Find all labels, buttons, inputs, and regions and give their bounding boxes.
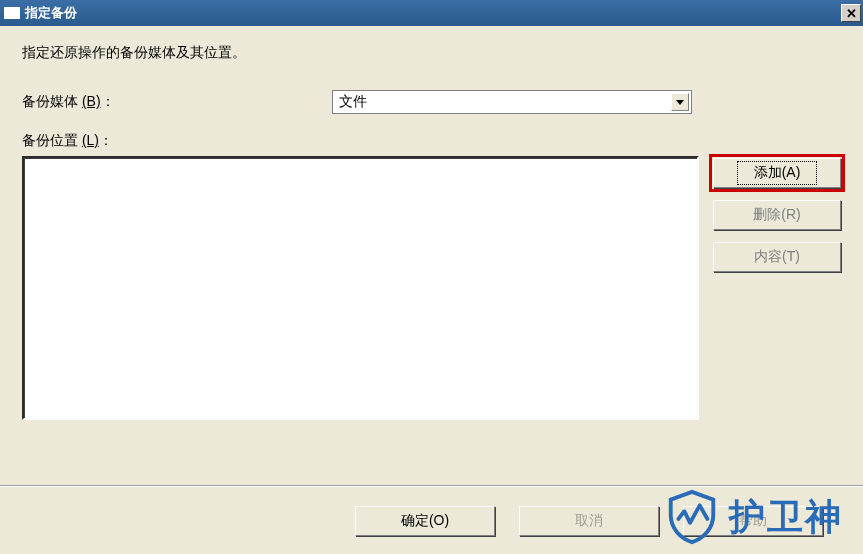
window-title: 指定备份: [25, 4, 77, 22]
media-dropdown-value: 文件: [339, 93, 367, 111]
list-area: 添加(A) 删除(R) 内容(T): [22, 156, 841, 420]
backup-location-listbox[interactable]: [22, 156, 699, 420]
titlebar-left: 指定备份: [4, 4, 77, 22]
dialog-body: 指定还原操作的备份媒体及其位置。 备份媒体 (B)： 文件 备份位置 (L)： …: [0, 26, 863, 554]
chevron-down-icon: [671, 93, 689, 111]
help-button[interactable]: 帮助: [683, 506, 823, 536]
contents-button: 内容(T): [713, 242, 841, 272]
location-row: 备份位置 (L)：: [22, 132, 841, 150]
app-icon: [4, 7, 20, 19]
cancel-button[interactable]: 取消: [519, 506, 659, 536]
media-label: 备份媒体 (B)：: [22, 93, 332, 111]
location-label: 备份位置 (L)：: [22, 132, 332, 150]
bottom-bar: 确定(O) 取消 帮助: [0, 486, 863, 554]
ok-button[interactable]: 确定(O): [355, 506, 495, 536]
media-dropdown[interactable]: 文件: [332, 90, 692, 114]
side-buttons: 添加(A) 删除(R) 内容(T): [713, 158, 841, 272]
instruction-text: 指定还原操作的备份媒体及其位置。: [22, 44, 841, 62]
media-row: 备份媒体 (B)： 文件: [22, 90, 841, 114]
remove-button: 删除(R): [713, 200, 841, 230]
titlebar: 指定备份 ✕: [0, 0, 863, 26]
add-button[interactable]: 添加(A): [713, 158, 841, 188]
close-button[interactable]: ✕: [841, 4, 861, 22]
